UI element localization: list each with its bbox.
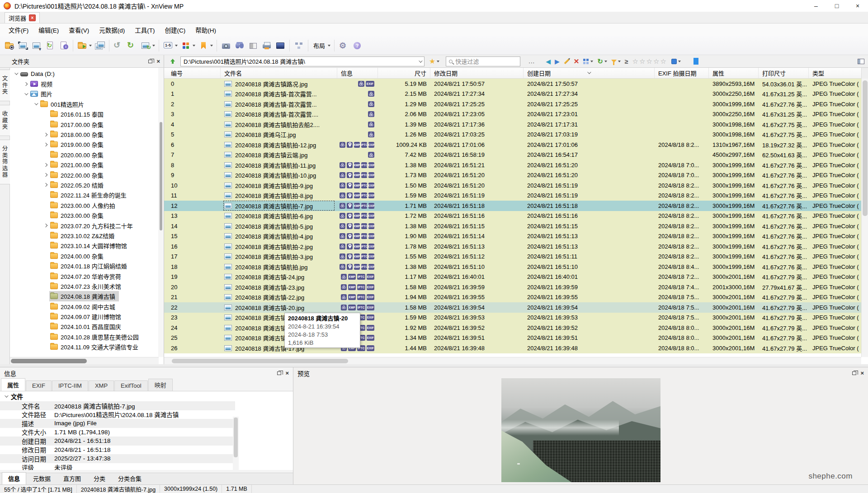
tree-item[interactable]: 2020.00.00 杂集 bbox=[10, 150, 158, 160]
toolbar-tag-button[interactable] bbox=[197, 40, 214, 52]
tree-item[interactable]: 2024.07.20 华岩寺赏荷 bbox=[10, 271, 158, 281]
menu-item[interactable]: 查看(V) bbox=[64, 23, 94, 36]
info-tab-IPTC-IIM[interactable]: IPTC-IIM bbox=[52, 380, 88, 391]
tree-item[interactable]: 2024.07.23 永川美术馆 bbox=[10, 281, 158, 291]
tree-item[interactable]: 2024.10.28 唐思慧在美德公园 bbox=[10, 332, 158, 342]
column-header-文件名[interactable]: 文件名 bbox=[221, 68, 337, 78]
file-row[interactable]: 2420240818 龚滩古镇XMPIPTCEXIF1.92 MB2024/8/… bbox=[164, 323, 861, 333]
back-icon[interactable]: ◀ bbox=[546, 58, 551, 65]
file-row[interactable]: 1420240818 龚滩古镇航拍-5.jpgXMPIPTCEXIF1.38 M… bbox=[164, 221, 861, 231]
rating-stars-icon[interactable]: ☆☆☆☆☆ bbox=[632, 57, 667, 66]
expander-icon[interactable] bbox=[42, 133, 49, 136]
favorites-star-icon[interactable]: ★ bbox=[429, 57, 439, 66]
file-row[interactable]: 520240818 龚滩乌江.jpg1.26 MB2024/8/21 17:03… bbox=[164, 130, 861, 140]
dropdown-caret-icon[interactable] bbox=[89, 45, 92, 47]
dropdown-caret-icon[interactable] bbox=[193, 45, 195, 47]
file-row[interactable]: 1120240818 龚滩古镇航拍-8.jpgXMPIPTCEXIF1.59 M… bbox=[164, 191, 861, 201]
file-row[interactable]: 2020240818 龚滩古镇-23.jpgXMPIPTCEXIF1.58 MB… bbox=[164, 282, 861, 292]
side-tab-收藏夹[interactable]: 收藏夹 bbox=[0, 105, 10, 136]
close-panel-icon[interactable]: × bbox=[285, 371, 289, 376]
dropdown-caret-icon[interactable] bbox=[210, 45, 213, 47]
dock-tab-直方图[interactable]: 直方图 bbox=[57, 473, 87, 484]
file-row[interactable]: 1920240818 龚滩古镇-24.jpgXMPIPTCEXIF1.17 MB… bbox=[164, 272, 861, 282]
toolbar-copy-image-button[interactable] bbox=[93, 40, 107, 52]
dropdown-caret-icon[interactable] bbox=[328, 45, 330, 47]
expander-icon[interactable] bbox=[42, 224, 49, 227]
info-tab-映射[interactable]: 映射 bbox=[148, 379, 173, 391]
tree-item[interactable]: 图片 bbox=[10, 89, 158, 99]
tree-hscroll-thumb[interactable] bbox=[11, 359, 87, 363]
toolbar-rotate-right-button[interactable]: ↻ bbox=[125, 40, 139, 52]
file-row[interactable]: 1620240818 龚滩古镇航拍-2.jpgXMPIPTCEXIF1.78 M… bbox=[164, 241, 861, 252]
file-row[interactable]: 2520240818 龚滩古镇XMPIPTCEXIF1.34 MB2024/8/… bbox=[164, 333, 861, 343]
expander-icon[interactable] bbox=[42, 143, 49, 146]
minimize-button[interactable]: – bbox=[806, 0, 826, 12]
expander-icon[interactable] bbox=[22, 93, 29, 95]
dock-tab-元数据[interactable]: 元数据 bbox=[27, 473, 57, 484]
refresh-icon[interactable]: ↻ bbox=[597, 57, 607, 66]
file-row[interactable]: 720240818 龚滩古镇云端.jpg7.42 MB2024/8/21 16:… bbox=[164, 150, 861, 160]
column-header-打印尺寸[interactable]: 打印尺寸 bbox=[759, 68, 809, 78]
tree-item[interactable]: 2018.00.00 杂集 bbox=[10, 129, 158, 139]
edit-icon[interactable] bbox=[564, 61, 570, 62]
toolbar-rating-button[interactable]: 1-5 bbox=[161, 40, 179, 52]
info-tab-EXIF[interactable]: EXIF bbox=[26, 380, 52, 391]
menu-item[interactable]: 工具(T) bbox=[130, 23, 160, 36]
tree-item[interactable]: 2022.11.24 新生命的诞生 bbox=[10, 190, 158, 200]
tree-item[interactable]: 2017.00.00 杂集 bbox=[10, 119, 158, 129]
dropdown-caret-icon[interactable] bbox=[618, 61, 621, 62]
sort-indicator-icon[interactable] bbox=[587, 69, 590, 75]
info-tab-属性[interactable]: 属性 bbox=[1, 378, 25, 391]
menu-item[interactable]: 编辑(E) bbox=[33, 23, 64, 36]
preview-image[interactable] bbox=[501, 378, 660, 482]
tree-horizontal-scrollbar[interactable] bbox=[10, 357, 159, 364]
expander-icon[interactable] bbox=[42, 164, 49, 166]
toolbar-copy-move-to-button[interactable] bbox=[75, 40, 93, 52]
tree-item[interactable]: 2023.07.20 九方科技二十年 bbox=[10, 221, 158, 230]
column-header-修改日期[interactable]: 修改日期 bbox=[430, 68, 524, 78]
color-label-icon[interactable] bbox=[671, 59, 681, 64]
toolbar-file-info-button[interactable]: i bbox=[57, 40, 71, 52]
file-row[interactable]: 820240818 龚滩古镇航拍-11.jpgXMPIPTCEXIF1.38 M… bbox=[164, 160, 861, 170]
list-hscroll-thumb[interactable] bbox=[172, 359, 348, 363]
file-row[interactable]: 1820240818 龚滩古镇航拍.jpgXMPIPTCEXIF1.38 MB2… bbox=[164, 262, 861, 272]
toolbar-rotate-image-button[interactable]: ↻ bbox=[139, 40, 156, 52]
maximize-button[interactable]: □ bbox=[826, 0, 847, 12]
panel-layout-icon[interactable] bbox=[858, 59, 864, 64]
info-tab-ExifTool[interactable]: ExifTool bbox=[114, 380, 148, 391]
toolbar-browse-button[interactable] bbox=[3, 40, 16, 52]
tree-item[interactable]: 2021.00.00 杂集 bbox=[10, 160, 158, 170]
toolbar-batch-rename-button[interactable] bbox=[292, 40, 306, 52]
toolbar-settings-button[interactable]: ⚙ bbox=[337, 40, 350, 52]
list-vertical-scrollbar[interactable] bbox=[861, 79, 868, 357]
dropdown-caret-icon[interactable] bbox=[678, 61, 681, 62]
info-tab-XMP[interactable]: XMP bbox=[89, 380, 114, 391]
file-row[interactable]: 2220240818 龚滩古镇-20.jpgXMPIPTCEXIF1.58 MB… bbox=[164, 302, 861, 313]
dropdown-caret-icon[interactable] bbox=[152, 45, 155, 47]
file-row[interactable]: 020240818 龚滩古镇路况.jpgEXIF5.19 MB2024/8/21… bbox=[164, 79, 861, 89]
tab-browser[interactable]: 浏览器 × bbox=[5, 12, 40, 23]
toolbar-view-fullscreen-button[interactable] bbox=[16, 40, 30, 52]
delete-icon[interactable]: ✕ bbox=[574, 57, 580, 66]
menu-item[interactable]: 文件(F) bbox=[4, 23, 33, 36]
expander-icon[interactable] bbox=[32, 103, 39, 105]
file-row[interactable]: 1520240818 龚滩古镇航拍-4.jpgXMPIPTCEXIF1.90 M… bbox=[164, 231, 861, 242]
tree-vertical-scrollbar[interactable] bbox=[158, 68, 164, 357]
quick-filter-input[interactable]: 快速过滤 bbox=[446, 56, 520, 66]
toolbar-print-button[interactable] bbox=[260, 40, 274, 52]
column-options-button[interactable] bbox=[861, 68, 868, 79]
close-panel-icon[interactable]: × bbox=[860, 371, 864, 376]
column-header-EXIF 拍摄日期[interactable]: EXIF 拍摄日期 bbox=[655, 68, 709, 78]
float-panel-icon[interactable] bbox=[148, 60, 152, 63]
tree-item[interactable]: 2022.05.20 结婚 bbox=[10, 180, 158, 190]
dock-tab-分类合集[interactable]: 分类合集 bbox=[112, 473, 147, 484]
file-row[interactable]: 420240818 龚滩古镇航拍去船2....1.39 MB2024/8/21 … bbox=[164, 119, 861, 130]
column-header-尺寸[interactable]: 尺寸 bbox=[378, 68, 430, 78]
tree-item[interactable]: 2022.00.00 杂集 bbox=[10, 170, 158, 180]
tree-vscroll-thumb[interactable] bbox=[160, 122, 162, 230]
info-vscroll-thumb[interactable] bbox=[234, 418, 238, 457]
file-row[interactable]: 620240818 龚滩古镇航拍-12.jpgXMPIPTCEXIF1009.2… bbox=[164, 140, 861, 150]
info-vertical-scrollbar[interactable] bbox=[233, 417, 239, 470]
file-row[interactable]: 2320240818 龚滩古镇XMPIPTCEXIF1.59 MB2024/8/… bbox=[164, 313, 861, 323]
menu-item[interactable]: 元数据(d) bbox=[94, 23, 130, 36]
